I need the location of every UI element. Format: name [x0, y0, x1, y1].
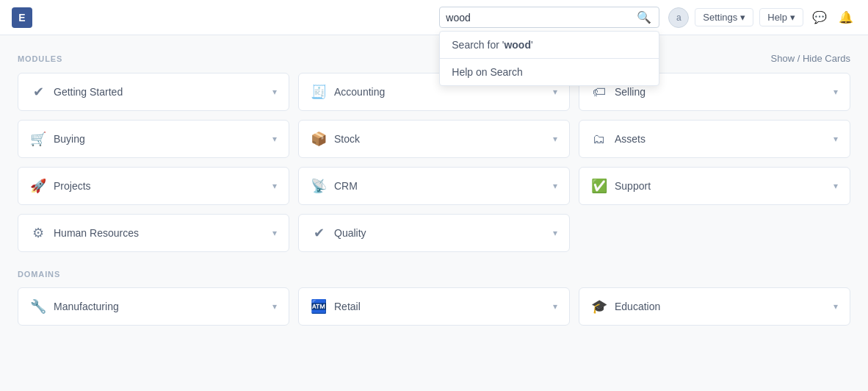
module-card-getting-started[interactable]: ✔Getting Started▾	[18, 73, 289, 111]
accounting-icon: 🧾	[311, 84, 327, 100]
card-left: ✔Quality	[311, 225, 366, 241]
card-chevron-icon: ▾	[272, 87, 277, 97]
app-icon[interactable]: E	[12, 7, 32, 28]
assets-icon: 🗂	[591, 132, 607, 147]
domains-section-header: DOMAINS	[18, 270, 850, 279]
card-left: 🎓Education	[591, 298, 660, 315]
card-left: 📡CRM	[311, 178, 358, 194]
module-card-projects[interactable]: 🚀Projects▾	[18, 167, 289, 205]
search-container: 🔍 Search for 'wood' Help on Search	[439, 7, 659, 28]
card-label: Stock	[334, 133, 360, 145]
card-label: Education	[615, 301, 660, 312]
card-left: ✅Support	[591, 178, 651, 194]
search-for-text: Search for 'wood'	[452, 39, 532, 51]
stock-icon: 📦	[311, 131, 327, 147]
card-left: ⚙Human Resources	[30, 225, 139, 241]
domains-section: DOMAINS 🔧Manufacturing▾🏧Retail▾🎓Educatio…	[18, 270, 850, 326]
retail-icon: 🏧	[311, 298, 327, 315]
module-card-stock[interactable]: 📦Stock▾	[298, 120, 570, 158]
card-chevron-icon: ▾	[553, 134, 557, 144]
manufacturing-icon: 🔧	[30, 298, 46, 315]
getting-started-icon: ✔	[30, 84, 46, 100]
human-resources-icon: ⚙	[30, 225, 46, 241]
card-label: Assets	[615, 133, 645, 145]
card-label: Accounting	[334, 86, 385, 98]
card-chevron-icon: ▾	[833, 87, 838, 97]
avatar[interactable]: a	[668, 7, 689, 28]
card-left: 🔧Manufacturing	[30, 298, 119, 315]
card-chevron-icon: ▾	[553, 87, 557, 97]
module-card-human-resources[interactable]: ⚙Human Resources▾	[18, 214, 289, 252]
modules-grid: ✔Getting Started▾🧾Accounting▾🏷Selling▾🛒B…	[18, 73, 850, 252]
crm-icon: 📡	[311, 178, 327, 194]
card-chevron-icon: ▾	[272, 181, 277, 191]
buying-icon: 🛒	[30, 131, 46, 147]
card-left: 🛒Buying	[30, 131, 85, 147]
help-button[interactable]: Help ▾	[759, 8, 803, 26]
settings-chevron-icon: ▾	[740, 12, 745, 23]
help-on-search-item[interactable]: Help on Search	[440, 59, 659, 85]
module-card-retail[interactable]: 🏧Retail▾	[298, 287, 570, 326]
help-chevron-icon: ▾	[790, 12, 795, 23]
card-left: 🏧Retail	[311, 298, 361, 315]
quality-icon: ✔	[311, 225, 327, 241]
education-icon: 🎓	[591, 298, 607, 315]
card-label: Quality	[334, 227, 366, 239]
module-card-buying[interactable]: 🛒Buying▾	[18, 120, 289, 158]
support-icon: ✅	[591, 178, 607, 194]
card-chevron-icon: ▾	[553, 228, 557, 238]
card-chevron-icon: ▾	[272, 301, 277, 312]
card-left: 🚀Projects	[30, 178, 91, 194]
card-label: Selling	[615, 86, 645, 98]
help-on-search-label: Help on Search	[452, 66, 523, 78]
notification-icon-button[interactable]: 🔔	[836, 7, 856, 27]
card-chevron-icon: ▾	[272, 228, 277, 238]
main-content: MODULES Show / Hide Cards ✔Getting Start…	[0, 35, 868, 361]
search-input[interactable]	[446, 12, 635, 24]
module-card-assets[interactable]: 🗂Assets▾	[579, 120, 850, 158]
card-chevron-icon: ▾	[553, 301, 557, 312]
card-left: 📦Stock	[311, 131, 360, 147]
card-chevron-icon: ▾	[272, 134, 277, 144]
card-left: 🗂Assets	[591, 132, 645, 147]
card-left: 🏷Selling	[591, 85, 645, 100]
domains-grid: 🔧Manufacturing▾🏧Retail▾🎓Education▾	[18, 287, 850, 326]
module-card-quality[interactable]: ✔Quality▾	[298, 214, 570, 252]
card-label: Human Resources	[54, 227, 139, 239]
module-card-manufacturing[interactable]: 🔧Manufacturing▾	[18, 287, 289, 326]
header-actions: a Settings ▾ Help ▾ 💬 🔔	[668, 7, 856, 28]
settings-button[interactable]: Settings ▾	[695, 8, 753, 26]
card-label: Retail	[334, 301, 361, 312]
search-for-item[interactable]: Search for 'wood'	[440, 32, 659, 59]
card-chevron-icon: ▾	[833, 301, 838, 312]
search-dropdown: Search for 'wood' Help on Search	[439, 31, 659, 86]
card-label: Buying	[54, 133, 85, 145]
module-card-crm[interactable]: 📡CRM▾	[298, 167, 570, 205]
card-left: 🧾Accounting	[311, 84, 385, 100]
card-label: Getting Started	[54, 86, 123, 98]
card-label: CRM	[334, 180, 358, 192]
show-hide-link[interactable]: Show / Hide Cards	[771, 53, 850, 64]
card-chevron-icon: ▾	[833, 134, 838, 144]
card-chevron-icon: ▾	[833, 181, 838, 191]
module-card-education[interactable]: 🎓Education▾	[579, 287, 850, 326]
selling-icon: 🏷	[591, 85, 607, 100]
modules-section-header: MODULES Show / Hide Cards	[18, 53, 850, 64]
search-button[interactable]: 🔍	[635, 10, 653, 24]
projects-icon: 🚀	[30, 178, 46, 194]
chat-icon-button[interactable]: 💬	[809, 7, 830, 27]
card-chevron-icon: ▾	[553, 181, 557, 191]
domains-label: DOMAINS	[18, 270, 60, 279]
modules-label: MODULES	[18, 54, 62, 63]
search-input-wrapper: 🔍	[439, 7, 659, 28]
header: E 🔍 Search for 'wood' Help on Search a S…	[0, 0, 868, 35]
card-label: Projects	[54, 180, 91, 192]
card-left: ✔Getting Started	[30, 84, 123, 100]
card-label: Support	[615, 180, 651, 192]
module-card-support[interactable]: ✅Support▾	[579, 167, 850, 205]
card-label: Manufacturing	[54, 301, 119, 312]
search-term: wood	[504, 39, 531, 51]
